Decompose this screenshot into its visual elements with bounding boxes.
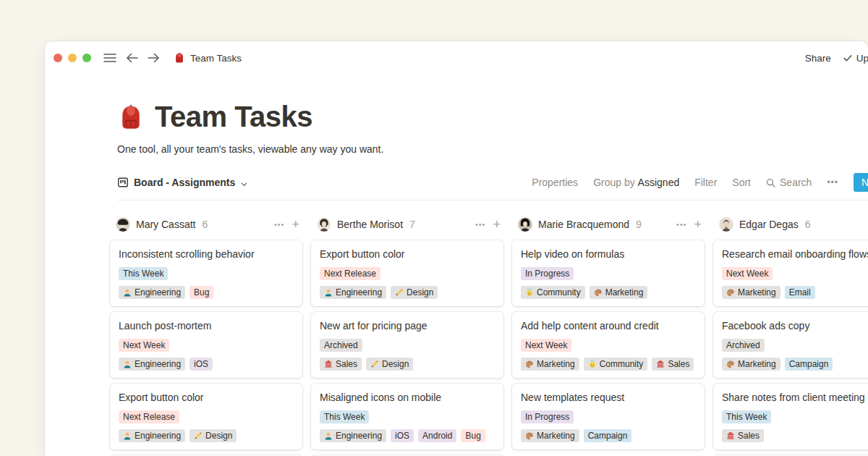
column-count: 6 xyxy=(805,219,811,230)
tag-pill-label: Engineering xyxy=(135,287,181,297)
construction-worker-icon xyxy=(123,360,132,368)
view-toolbar: Board - Assignments Properties Group by … xyxy=(117,173,868,200)
task-card[interactable]: Inconsistent scrolling behaviorThis Week… xyxy=(110,240,302,306)
board-column: Marie Bracquemond9•••+Help video on form… xyxy=(512,216,705,456)
column-add-card-button[interactable]: + xyxy=(694,218,702,231)
updates-label: Updates xyxy=(856,53,868,64)
status-pill-label: This Week xyxy=(726,412,767,422)
page-content: Team Tasks One tool, all your team's tas… xyxy=(45,75,868,456)
new-button[interactable]: New xyxy=(854,173,868,192)
task-card[interactable]: New art for pricing pageArchivedSalesDes… xyxy=(311,312,503,378)
tags-row: EngineeringDesign xyxy=(320,286,495,299)
pencil-icon xyxy=(370,360,379,368)
status-row: Next Week xyxy=(722,267,868,280)
status-pill-label: In Progress xyxy=(525,412,569,422)
task-card-title: Export button color xyxy=(119,391,294,405)
tags-row: MarketingCampaign xyxy=(722,358,868,371)
tag-pill-label: Design xyxy=(382,359,409,369)
tag-pill: Marketing xyxy=(722,358,780,371)
palette-icon xyxy=(726,288,735,297)
status-pill: This Week xyxy=(320,410,369,423)
construction-worker-icon xyxy=(324,288,333,297)
column-more-button[interactable]: ••• xyxy=(676,220,687,229)
construction-worker-icon xyxy=(123,288,132,297)
tag-pill: Marketing xyxy=(590,286,648,299)
status-pill: Archived xyxy=(320,339,362,352)
status-row: In Progress xyxy=(521,267,696,280)
board-column: Edgar Degas6•••+Research email onboardin… xyxy=(713,216,868,456)
forward-icon[interactable] xyxy=(146,51,161,65)
minimize-window-button[interactable] xyxy=(68,54,77,62)
updates-button[interactable]: Updates xyxy=(843,53,868,64)
properties-button[interactable]: Properties xyxy=(532,177,578,188)
close-window-button[interactable] xyxy=(54,54,62,62)
column-more-button[interactable]: ••• xyxy=(274,220,285,229)
tag-pill-label: Engineering xyxy=(336,431,382,441)
status-pill-label: In Progress xyxy=(525,269,569,279)
tag-pill-label: iOS xyxy=(395,431,409,441)
status-pill: Next Release xyxy=(119,410,179,423)
zoom-window-button[interactable] xyxy=(82,54,91,62)
task-card[interactable]: Export button colorNext ReleaseEngineeri… xyxy=(311,240,503,306)
share-button[interactable]: Share xyxy=(805,53,831,64)
tags-row: MarketingCommunitySales xyxy=(521,358,696,371)
column-count: 9 xyxy=(636,219,642,230)
tags-row: SalesDesign xyxy=(320,358,495,371)
tag-pill-label: Campaign xyxy=(588,431,628,441)
classical-building-icon xyxy=(324,360,333,368)
construction-worker-icon xyxy=(324,431,333,440)
tag-pill: Marketing xyxy=(521,429,579,442)
column-more-button[interactable]: ••• xyxy=(475,220,486,229)
tag-pill-label: Bug xyxy=(194,287,209,297)
column-cards: Help video on formulasIn ProgressCommuni… xyxy=(512,240,705,449)
status-pill: In Progress xyxy=(521,267,574,280)
tag-pill-label: Marketing xyxy=(537,359,575,369)
task-card-title: Launch post-mortem xyxy=(119,319,294,333)
task-card[interactable]: Help video on formulasIn ProgressCommuni… xyxy=(512,240,705,306)
tag-pill: Email xyxy=(785,286,815,299)
pencil-icon xyxy=(194,431,203,440)
task-card[interactable]: New templates requestIn ProgressMarketin… xyxy=(512,384,705,449)
tags-row: EngineeringBug xyxy=(119,286,294,299)
tags-row: EngineeringiOS xyxy=(119,358,294,371)
tags-row: MarketingCampaign xyxy=(521,429,696,442)
back-icon[interactable] xyxy=(124,51,139,65)
menu-icon[interactable] xyxy=(103,51,117,65)
task-card[interactable]: Share notes from client meetingThis Week… xyxy=(713,384,868,449)
filter-button[interactable]: Filter xyxy=(694,177,717,188)
classical-building-icon xyxy=(656,360,665,368)
column-header: Berthe Morisot7•••+ xyxy=(311,216,503,232)
search-button[interactable]: Search xyxy=(766,177,812,188)
view-switcher[interactable]: Board - Assignments xyxy=(117,177,248,188)
task-card[interactable]: Launch post-mortemNext WeekEngineeringiO… xyxy=(110,312,302,378)
smiling-face-halo-icon xyxy=(525,288,534,297)
tag-pill-label: Community xyxy=(600,359,644,369)
column-add-card-button[interactable]: + xyxy=(493,218,501,231)
status-row: This Week xyxy=(722,410,868,423)
status-row: This Week xyxy=(320,410,495,423)
tag-pill: iOS xyxy=(190,358,213,371)
column-add-card-button[interactable]: + xyxy=(292,218,299,231)
tag-pill-label: Marketing xyxy=(738,287,776,297)
sort-button[interactable]: Sort xyxy=(732,177,751,188)
tag-pill-label: Sales xyxy=(668,359,689,369)
status-pill-label: Next Week xyxy=(123,340,165,350)
tag-pill-label: Sales xyxy=(336,359,357,369)
task-card[interactable]: Export button colorNext ReleaseEngineeri… xyxy=(110,384,302,449)
task-card[interactable]: Research email onboarding flowsNext Week… xyxy=(713,240,868,306)
palette-icon xyxy=(525,360,534,368)
tag-pill: Engineering xyxy=(119,358,185,371)
status-row: Archived xyxy=(722,339,868,352)
avatar-cassatt xyxy=(116,217,130,232)
group-by-button[interactable]: Group by Assigned xyxy=(593,177,679,188)
task-card[interactable]: Facebook ads copyArchivedMarketingCampai… xyxy=(713,312,868,378)
tag-pill: Engineering xyxy=(320,286,386,299)
task-card[interactable]: Add help content around creditNext WeekM… xyxy=(512,312,705,378)
more-options-button[interactable]: ••• xyxy=(827,177,838,187)
tag-pill: Sales xyxy=(652,358,694,371)
task-card[interactable]: Misaligned icons on mobileThis WeekEngin… xyxy=(311,384,503,449)
tag-pill: Community xyxy=(584,358,648,371)
tag-pill-label: Engineering xyxy=(135,359,181,369)
column-header: Mary Cassatt6•••+ xyxy=(110,216,302,232)
task-card-title: Research email onboarding flows xyxy=(722,248,868,261)
